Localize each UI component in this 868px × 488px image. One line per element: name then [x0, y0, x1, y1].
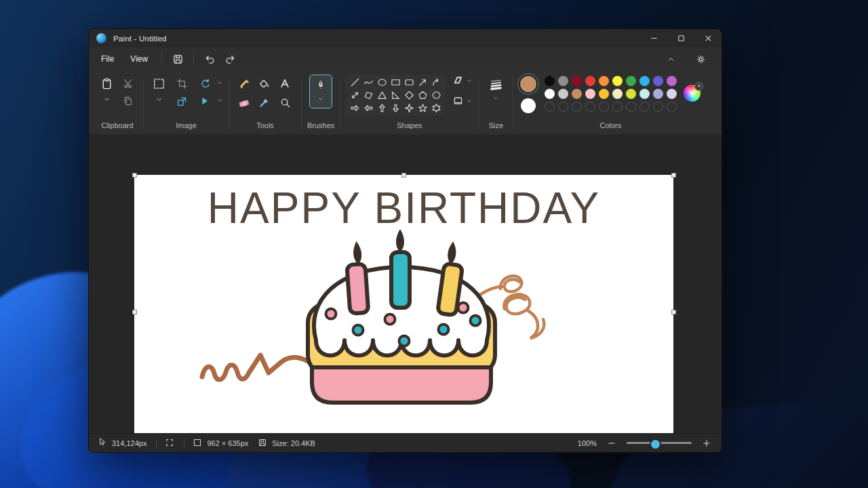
palette-swatch-r2c8[interactable] — [639, 89, 650, 99]
foreground-color-swatch[interactable] — [519, 75, 538, 94]
eraser-tool[interactable] — [235, 94, 254, 111]
text-tool[interactable] — [275, 75, 294, 92]
image-group: Image — [145, 72, 227, 134]
palette-swatch-r2c1[interactable] — [545, 89, 555, 99]
rotate-button[interactable] — [195, 75, 214, 92]
palette-empty-slot-9[interactable] — [653, 102, 663, 112]
shape-five-point-star[interactable] — [416, 102, 429, 114]
palette-empty-slot-2[interactable] — [558, 102, 568, 112]
palette-swatch-r2c2[interactable] — [558, 89, 568, 99]
cut-button[interactable] — [119, 75, 138, 92]
canvas-handle[interactable] — [671, 173, 676, 178]
select-tool-button[interactable] — [149, 75, 168, 92]
paste-button[interactable] — [97, 75, 116, 92]
select-dropdown-chevron[interactable] — [150, 92, 167, 106]
brushes-button[interactable] — [309, 75, 332, 108]
palette-swatch-r2c4[interactable] — [585, 89, 595, 99]
palette-swatch-r1c4[interactable] — [585, 76, 595, 86]
menu-file[interactable]: File — [93, 52, 122, 66]
shape-curve[interactable] — [362, 76, 375, 88]
zoom-slider-track[interactable] — [627, 442, 692, 444]
palette-swatch-r1c5[interactable] — [599, 76, 609, 86]
undo-button[interactable] — [199, 50, 220, 68]
color-picker-tool[interactable] — [255, 94, 274, 111]
edit-colors-button[interactable]: + — [684, 85, 702, 103]
zoom-in-button[interactable] — [700, 436, 713, 450]
minimize-button[interactable] — [640, 29, 667, 47]
shape-outline-button[interactable] — [452, 75, 464, 88]
canvas-handle[interactable] — [132, 173, 137, 178]
close-button[interactable] — [694, 29, 722, 47]
fill-tool[interactable] — [255, 75, 274, 92]
palette-swatch-r2c3[interactable] — [572, 89, 582, 99]
palette-swatch-r2c10[interactable] — [667, 89, 677, 99]
palette-swatch-r1c1[interactable] — [545, 76, 555, 86]
palette-empty-slot-7[interactable] — [626, 102, 636, 112]
background-color-swatch[interactable] — [521, 98, 536, 113]
shape-arrow-left[interactable] — [362, 102, 375, 114]
canvas-handle[interactable] — [401, 173, 406, 178]
copy-button[interactable] — [119, 92, 138, 110]
shape-diamond[interactable] — [403, 89, 416, 101]
palette-swatch-r2c7[interactable] — [626, 89, 636, 99]
shape-six-point-star[interactable] — [430, 102, 443, 114]
shape-arrow-right[interactable] — [349, 102, 361, 114]
pencil-tool[interactable] — [235, 75, 254, 92]
shape-outline-chevron[interactable] — [466, 77, 473, 86]
palette-swatch-r1c8[interactable] — [639, 76, 650, 86]
shape-hexagon[interactable] — [430, 89, 443, 101]
shape-line[interactable] — [349, 76, 361, 88]
crop-button[interactable] — [172, 75, 191, 92]
palette-empty-slot-4[interactable] — [585, 102, 595, 112]
collapse-ribbon-chevron[interactable] — [660, 50, 681, 68]
zoom-slider-thumb[interactable] — [650, 439, 661, 450]
palette-empty-slot-3[interactable] — [572, 102, 582, 112]
palette-swatch-r2c6[interactable] — [612, 89, 623, 99]
shape-curved-arrow[interactable] — [430, 76, 443, 88]
shape-polygon[interactable] — [362, 89, 375, 101]
save-button[interactable] — [167, 50, 188, 68]
magnifier-tool[interactable] — [275, 94, 294, 111]
palette-swatch-r2c9[interactable] — [653, 89, 663, 99]
shape-triangle[interactable] — [376, 89, 389, 101]
shape-right-triangle[interactable] — [389, 89, 402, 101]
palette-swatch-r1c10[interactable] — [667, 76, 677, 86]
palette-empty-slot-5[interactable] — [599, 102, 609, 112]
shape-pentagon[interactable] — [416, 89, 429, 101]
palette-swatch-r1c3[interactable] — [572, 76, 582, 86]
shape-arrow-down[interactable] — [389, 102, 402, 114]
shape-fill-button[interactable] — [452, 95, 464, 108]
palette-empty-slot-1[interactable] — [545, 102, 555, 112]
palette-swatch-r1c7[interactable] — [626, 76, 636, 86]
settings-gear-icon[interactable] — [690, 50, 711, 68]
palette-swatch-r1c9[interactable] — [653, 76, 663, 86]
resize-button[interactable] — [172, 92, 191, 110]
shape-rounded-rectangle[interactable] — [403, 76, 416, 88]
flip-button[interactable] — [195, 92, 214, 110]
shape-fill-chevron[interactable] — [466, 97, 473, 106]
flip-dropdown-chevron[interactable] — [216, 96, 223, 106]
shape-double-arrow[interactable] — [349, 89, 361, 101]
shape-rectangle[interactable] — [389, 76, 402, 88]
palette-empty-slot-10[interactable] — [667, 102, 677, 112]
stroke-size-button[interactable] — [484, 75, 507, 106]
zoom-out-button[interactable] — [605, 436, 618, 450]
redo-button[interactable] — [220, 50, 240, 68]
palette-swatch-r1c6[interactable] — [612, 76, 623, 86]
canvas-handle[interactable] — [671, 310, 676, 314]
palette-empty-slot-8[interactable] — [639, 102, 650, 112]
titlebar[interactable]: Paint - Untitled — [89, 29, 722, 47]
shape-arrow-ne[interactable] — [416, 76, 429, 88]
canvas-handle[interactable] — [132, 310, 137, 314]
paste-dropdown-chevron[interactable] — [98, 92, 115, 106]
shape-four-point-star[interactable] — [403, 102, 416, 114]
palette-empty-slot-6[interactable] — [612, 102, 623, 112]
palette-swatch-r1c2[interactable] — [558, 76, 568, 86]
rotate-dropdown-chevron[interactable] — [216, 79, 223, 88]
shape-arrow-up[interactable] — [376, 102, 389, 114]
palette-swatch-r2c5[interactable] — [599, 89, 609, 99]
menu-view[interactable]: View — [122, 52, 156, 66]
maximize-button[interactable] — [667, 29, 694, 47]
shape-oval[interactable] — [376, 76, 389, 88]
drawing-canvas[interactable]: HAPPY BIRTHDAY — [134, 175, 673, 449]
